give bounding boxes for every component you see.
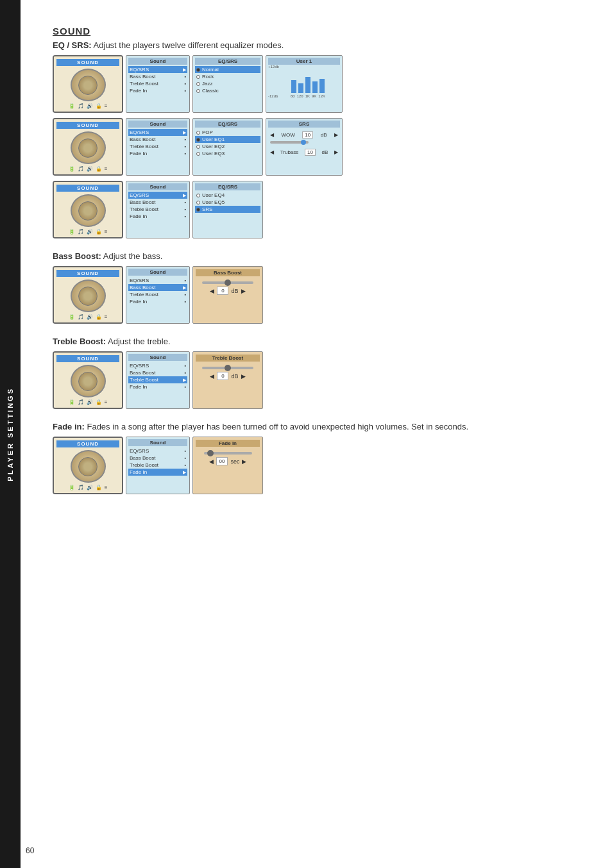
icon-lock-5: 🔒 <box>96 399 102 405</box>
menu-item-bass-label-6: Bass Boost <box>130 455 155 461</box>
user-eq-screen: User 1 +12db -12db <box>266 55 343 113</box>
sound-menu-screen-6: Sound EQ/SRS ▪ Bass Boost ▪ Treble Boost… <box>126 437 190 494</box>
srs-wow-value[interactable]: 10 <box>302 131 313 138</box>
menu-item-fadein-5[interactable]: Fade In ▪ <box>128 383 187 390</box>
menu-item-fadein-2[interactable]: Fade In ▪ <box>128 150 187 157</box>
eq-option-rock[interactable]: Rock <box>195 73 260 80</box>
eq-option-normal[interactable]: Normal <box>195 66 260 73</box>
radio-normal <box>196 68 200 72</box>
sound-icons-2: 🔋 🎵 🔊 🔒 ≡ <box>69 166 108 172</box>
menu-item-eqsrs-6[interactable]: EQ/SRS ▪ <box>128 447 187 455</box>
srs-arrow-right[interactable]: ▶ <box>334 132 338 138</box>
eq-option-usereq1[interactable]: User EQ1 <box>195 136 260 143</box>
eq-option-usereq5[interactable]: User EQ5 <box>195 199 260 206</box>
eq-option-usereq4[interactable]: User EQ4 <box>195 192 260 199</box>
menu-item-eqsrs-2[interactable]: EQ/SRS ▶ <box>128 129 187 136</box>
eq-option-usereq2[interactable]: User EQ2 <box>195 143 260 150</box>
bass-arrow-left[interactable]: ◀ <box>210 288 214 294</box>
treble-boost-label: Treble Boost: <box>53 337 106 346</box>
eq-option-classic-label: Classic <box>202 88 219 94</box>
fade-value[interactable]: 00 <box>216 457 228 465</box>
eq-option-usereq4-label: User EQ4 <box>202 192 225 198</box>
menu-item-bass-3[interactable]: Bass Boost ▪ <box>128 199 187 206</box>
menu-title-6: Sound <box>128 439 187 446</box>
sound-device-screen-2: SOUND 🔋 🎵 🔊 🔒 ≡ <box>53 118 123 176</box>
radio-classic <box>196 89 200 93</box>
menu-arrow-bass-6: ▪ <box>185 456 186 460</box>
freq-60: 60 <box>291 94 295 98</box>
srs-slider[interactable] <box>270 141 309 144</box>
user-title: User 1 <box>268 58 340 65</box>
sound-device-screen-1: SOUND 🔋 🎵 🔊 🔒 ≡ <box>53 55 123 113</box>
icon-music-3: 🎵 <box>78 229 84 235</box>
srs-trubass-arrow-left[interactable]: ◀ <box>270 149 274 155</box>
eq-option-jazz[interactable]: Jazz <box>195 80 260 87</box>
icon-lock-4: 🔒 <box>96 314 102 320</box>
menu-item-treble-1[interactable]: Treble Boost ▪ <box>128 80 187 87</box>
menu-arrow-fadein-6: ▶ <box>183 470 186 475</box>
icon-battery-3: 🔋 <box>69 229 75 235</box>
eq-option-srs[interactable]: SRS <box>195 206 260 213</box>
bass-arrow-right[interactable]: ▶ <box>241 288 246 294</box>
page-number: 60 <box>26 846 34 855</box>
srs-trubass-arrow-right[interactable]: ▶ <box>334 149 338 155</box>
icon-lock: 🔒 <box>96 103 102 109</box>
device-inner-2 <box>78 138 98 158</box>
menu-item-bass-2[interactable]: Bass Boost ▪ <box>128 136 187 143</box>
radio-jazz <box>196 82 200 86</box>
treble-slider-track[interactable] <box>202 367 253 369</box>
menu-item-eqsrs-3[interactable]: EQ/SRS ▶ <box>128 192 187 199</box>
menu-item-fadein-3[interactable]: Fade In ▪ <box>128 213 187 220</box>
eq-screen-row2: EQ/SRS POP User EQ1 User EQ2 User EQ3 <box>192 118 263 176</box>
menu-arrow-fadein-5: ▪ <box>185 385 186 389</box>
menu-item-eqsrs-5[interactable]: EQ/SRS ▪ <box>128 362 187 369</box>
radio-pop <box>196 131 200 135</box>
icon-battery-4: 🔋 <box>69 314 75 320</box>
menu-item-bass-label-5: Bass Boost <box>130 370 155 376</box>
menu-item-treble-5[interactable]: Treble Boost ▶ <box>128 376 187 383</box>
bass-slider-area: ◀ 0 dB ▶ <box>196 281 260 295</box>
menu-arrow-treble-4: ▪ <box>185 292 186 297</box>
treble-value[interactable]: 0 <box>217 372 228 380</box>
bass-db-label: dB <box>231 288 238 294</box>
icon-music-5: 🎵 <box>78 399 84 405</box>
menu-arrow-eqsrs-6: ▪ <box>185 449 186 453</box>
menu-item-bass-5[interactable]: Bass Boost ▪ <box>128 369 187 376</box>
treble-arrow-left[interactable]: ◀ <box>210 373 214 380</box>
srs-trubass-value[interactable]: 10 <box>305 149 316 156</box>
treble-boost-desc-text: Adjust the treble. <box>108 337 171 346</box>
eq-option-classic[interactable]: Classic <box>195 87 260 94</box>
menu-item-bass-1[interactable]: Bass Boost ▪ <box>128 73 187 80</box>
menu-item-eqsrs-label-3: EQ/SRS <box>130 192 149 198</box>
menu-item-eqsrs-4[interactable]: EQ/SRS ▪ <box>128 277 187 284</box>
menu-item-treble-3[interactable]: Treble Boost ▪ <box>128 206 187 213</box>
treble-slider-area: ◀ 0 dB ▶ <box>196 367 260 380</box>
menu-item-treble-6[interactable]: Treble Boost ▪ <box>128 462 187 469</box>
fade-arrow-right[interactable]: ▶ <box>242 458 246 465</box>
menu-item-bass-4[interactable]: Bass Boost ▶ <box>128 284 187 291</box>
menu-item-fadein-6[interactable]: Fade In ▶ <box>128 469 187 476</box>
menu-item-bass-6[interactable]: Bass Boost ▪ <box>128 455 187 462</box>
srs-arrow-left[interactable]: ◀ <box>270 132 274 138</box>
menu-item-fadein-1[interactable]: Fade In ▪ <box>128 87 187 94</box>
bass-value[interactable]: 0 <box>217 287 228 295</box>
menu-title-1: Sound <box>128 58 187 65</box>
bass-slider-track[interactable] <box>202 281 253 284</box>
srs-screen: SRS ◀ WOW 10 dB ▶ ◀ Trubass 10 dB ▶ <box>266 118 343 176</box>
icon-lock-6: 🔒 <box>96 485 102 490</box>
fade-arrow-left[interactable]: ◀ <box>209 458 214 465</box>
eq-option-pop[interactable]: POP <box>195 129 260 136</box>
menu-item-eqsrs-label-6: EQ/SRS <box>130 448 149 454</box>
menu-arrow-bass-2: ▪ <box>185 137 186 142</box>
menu-item-fadein-label-6: Fade In <box>130 469 147 475</box>
menu-item-treble-2[interactable]: Treble Boost ▪ <box>128 143 187 150</box>
treble-arrow-right[interactable]: ▶ <box>241 373 246 380</box>
menu-arrow-bass-1: ▪ <box>185 74 186 79</box>
sound-label-3: SOUND <box>56 185 119 192</box>
menu-item-fadein-4[interactable]: Fade In ▪ <box>128 298 187 305</box>
fade-slider-track[interactable] <box>204 452 252 455</box>
menu-item-eqsrs-1[interactable]: EQ/SRS ▶ <box>128 66 187 73</box>
menu-item-treble-4[interactable]: Treble Boost ▪ <box>128 291 187 298</box>
eq-option-usereq3[interactable]: User EQ3 <box>195 150 260 157</box>
icon-music-6: 🎵 <box>78 485 84 490</box>
